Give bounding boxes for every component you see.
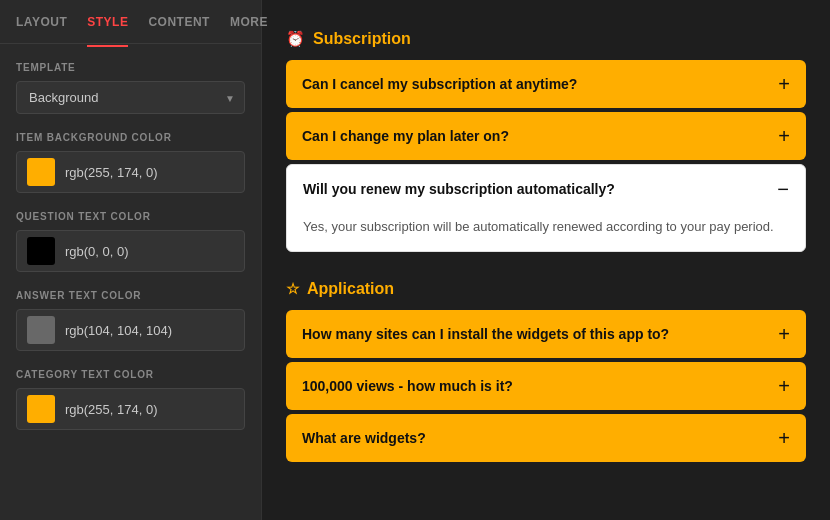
- faq-question-text: Can I change my plan later on?: [302, 128, 509, 144]
- faq-toggle-plus: +: [778, 428, 790, 448]
- item-bg-color-label: ITEM BACKGROUND COLOR: [16, 132, 245, 143]
- panel-content: TEMPLATE Background Default Minimal Bold…: [0, 44, 261, 448]
- template-label: TEMPLATE: [16, 62, 245, 73]
- faq-item[interactable]: Can I cancel my subscription at anytime?…: [286, 60, 806, 108]
- faq-question-text: How many sites can I install the widgets…: [302, 326, 669, 342]
- faq-toggle-plus: +: [778, 126, 790, 146]
- faq-toggle-minus: −: [777, 179, 789, 199]
- question-text-color-field-group: QUESTION TEXT COLOR rgb(0, 0, 0): [16, 211, 245, 272]
- tab-content[interactable]: CONTENT: [148, 11, 210, 33]
- faq-toggle-plus: +: [778, 74, 790, 94]
- category-text-color-value: rgb(255, 174, 0): [65, 402, 158, 417]
- item-bg-color-swatch[interactable]: [27, 158, 55, 186]
- category-text-color-row[interactable]: rgb(255, 174, 0): [16, 388, 245, 430]
- answer-text-color-row[interactable]: rgb(104, 104, 104): [16, 309, 245, 351]
- faq-item[interactable]: Can I change my plan later on? +: [286, 112, 806, 160]
- question-text-color-swatch[interactable]: [27, 237, 55, 265]
- template-field-group: TEMPLATE Background Default Minimal Bold: [16, 62, 245, 114]
- question-text-color-value: rgb(0, 0, 0): [65, 244, 129, 259]
- template-select[interactable]: Background Default Minimal Bold: [16, 81, 245, 114]
- category-text-color-swatch[interactable]: [27, 395, 55, 423]
- answer-text-color-swatch[interactable]: [27, 316, 55, 344]
- item-bg-color-value: rgb(255, 174, 0): [65, 165, 158, 180]
- faq-question[interactable]: What are widgets? +: [286, 414, 806, 462]
- item-bg-color-field-group: ITEM BACKGROUND COLOR rgb(255, 174, 0): [16, 132, 245, 193]
- clock-icon: ⏰: [286, 30, 305, 48]
- faq-question[interactable]: Can I cancel my subscription at anytime?…: [286, 60, 806, 108]
- tab-style[interactable]: STYLE: [87, 11, 128, 33]
- faq-item[interactable]: How many sites can I install the widgets…: [286, 310, 806, 358]
- question-text-color-row[interactable]: rgb(0, 0, 0): [16, 230, 245, 272]
- question-text-color-label: QUESTION TEXT COLOR: [16, 211, 245, 222]
- tabs-bar: LAYOUT STYLE CONTENT MORE: [0, 0, 261, 44]
- answer-text-color-field-group: ANSWER TEXT COLOR rgb(104, 104, 104): [16, 290, 245, 351]
- star-icon: ☆: [286, 280, 299, 298]
- faq-section-application: ☆ Application How many sites can I insta…: [286, 280, 806, 466]
- tab-more[interactable]: MORE: [230, 11, 268, 33]
- faq-answer: Yes, your subscription will be automatic…: [287, 213, 805, 251]
- category-text-color-field-group: CATEGORY TEXT COLOR rgb(255, 174, 0): [16, 369, 245, 430]
- faq-question[interactable]: How many sites can I install the widgets…: [286, 310, 806, 358]
- faq-question[interactable]: Can I change my plan later on? +: [286, 112, 806, 160]
- section-title-subscription: ⏰ Subscription: [286, 30, 806, 48]
- item-bg-color-row[interactable]: rgb(255, 174, 0): [16, 151, 245, 193]
- faq-question[interactable]: Will you renew my subscription automatic…: [287, 165, 805, 213]
- faq-container: ⏰ Subscription Can I cancel my subscript…: [286, 30, 806, 466]
- right-panel: ⏰ Subscription Can I cancel my subscript…: [262, 0, 830, 520]
- tab-layout[interactable]: LAYOUT: [16, 11, 67, 33]
- faq-question-text: What are widgets?: [302, 430, 426, 446]
- section-title-text-application: Application: [307, 280, 394, 298]
- faq-question-text: 100,000 views - how much is it?: [302, 378, 513, 394]
- section-title-application: ☆ Application: [286, 280, 806, 298]
- faq-section-subscription: ⏰ Subscription Can I cancel my subscript…: [286, 30, 806, 256]
- answer-text-color-label: ANSWER TEXT COLOR: [16, 290, 245, 301]
- section-title-text-subscription: Subscription: [313, 30, 411, 48]
- faq-item[interactable]: What are widgets? +: [286, 414, 806, 462]
- faq-toggle-plus: +: [778, 324, 790, 344]
- faq-toggle-plus: +: [778, 376, 790, 396]
- category-text-color-label: CATEGORY TEXT COLOR: [16, 369, 245, 380]
- faq-question[interactable]: 100,000 views - how much is it? +: [286, 362, 806, 410]
- faq-question-text: Will you renew my subscription automatic…: [303, 181, 615, 197]
- faq-question-text: Can I cancel my subscription at anytime?: [302, 76, 577, 92]
- faq-item[interactable]: 100,000 views - how much is it? +: [286, 362, 806, 410]
- faq-item-expanded[interactable]: Will you renew my subscription automatic…: [286, 164, 806, 252]
- answer-text-color-value: rgb(104, 104, 104): [65, 323, 172, 338]
- left-panel: LAYOUT STYLE CONTENT MORE TEMPLATE Backg…: [0, 0, 262, 520]
- template-select-wrapper[interactable]: Background Default Minimal Bold: [16, 81, 245, 114]
